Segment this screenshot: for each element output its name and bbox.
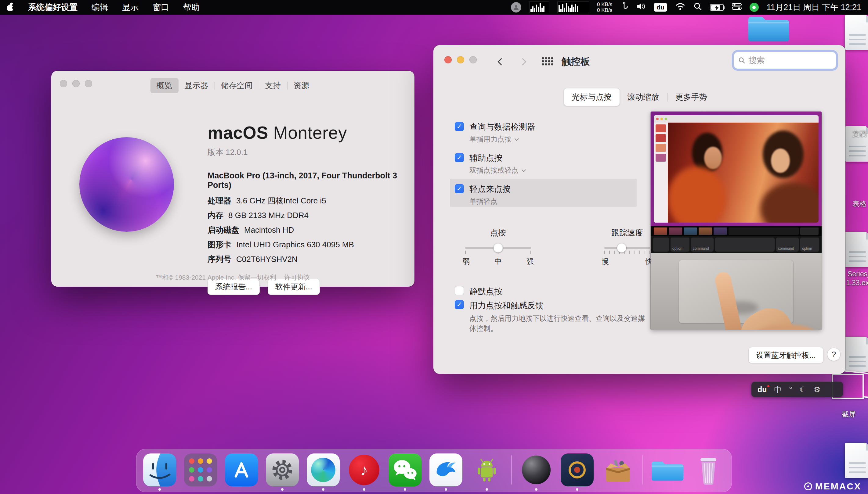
tab-more-gestures[interactable]: 更多手势 — [668, 89, 715, 106]
dock-game-launcher[interactable] — [561, 453, 594, 487]
search-field[interactable] — [734, 52, 836, 69]
memacx-logo: MEMACX — [804, 481, 861, 492]
search-icon[interactable] — [693, 2, 702, 13]
option-lookup-data-detectors: 查询与数据检测器 单指用力点按 — [455, 121, 535, 144]
wifi-icon[interactable] — [675, 2, 686, 13]
video-trackpad-scene — [651, 253, 821, 330]
option-force-click: 用力点按和触感反馈 — [455, 300, 544, 311]
tab-overview[interactable]: 概览 — [150, 78, 179, 93]
status-user-icon[interactable] — [511, 2, 521, 13]
dock-downloads-folder[interactable] — [651, 453, 684, 487]
moon-icon[interactable]: ☾ — [800, 385, 806, 394]
tracking-speed-slider[interactable] — [604, 243, 650, 255]
desktop-document-icon[interactable] — [845, 15, 868, 50]
menu-app-name[interactable]: 系统偏好设置 — [28, 2, 77, 13]
spec-processor: 处理器3.6 GHz 四核Intel Core i5 — [207, 195, 403, 206]
silent-clicking-checkbox[interactable] — [455, 286, 464, 295]
tab-storage[interactable]: 储存空间 — [215, 78, 259, 93]
dock-dark-sphere-app[interactable] — [520, 453, 553, 487]
video-keyboard-row: option command command option — [651, 236, 821, 253]
close-button[interactable] — [445, 56, 452, 63]
setup-bluetooth-trackpad-button[interactable]: 设置蓝牙触控板... — [748, 347, 824, 363]
dock-finder[interactable] — [143, 453, 176, 487]
memacx-logo-icon — [804, 482, 812, 490]
tab-displays[interactable]: 显示器 — [179, 78, 215, 93]
secondary-click-checkbox[interactable] — [455, 153, 464, 162]
running-indicator — [486, 488, 488, 491]
force-click-checkbox[interactable] — [455, 300, 464, 309]
menu-view[interactable]: 显示 — [122, 2, 139, 13]
tap-to-click-checkbox[interactable] — [455, 184, 464, 193]
chevron-down-icon — [522, 167, 526, 172]
ime-punctuation-toggle[interactable]: ° — [789, 385, 792, 394]
desktop-document-icon[interactable] — [845, 443, 868, 478]
click-pressure-slider[interactable] — [465, 243, 531, 255]
desktop-document-icon[interactable] — [845, 232, 868, 267]
memacx-logo-text: MEMACX — [815, 481, 861, 492]
battery-icon[interactable] — [710, 4, 724, 11]
tab-resources[interactable]: 资源 — [288, 78, 315, 93]
running-indicator — [445, 488, 447, 491]
hook-utility-icon[interactable] — [620, 2, 628, 13]
tab-support[interactable]: 支持 — [259, 78, 287, 93]
volume-icon[interactable] — [636, 2, 646, 13]
baidu-ime-logo[interactable]: du — [758, 385, 767, 394]
dock-separator — [511, 455, 512, 484]
search-input[interactable] — [748, 56, 832, 65]
show-all-preferences-icon[interactable] — [541, 57, 554, 67]
menu-edit[interactable]: 编辑 — [92, 2, 108, 13]
os-title-bold: macOS — [207, 123, 268, 142]
wechat-status-icon[interactable] — [749, 3, 759, 12]
desktop-exe-icon[interactable] — [845, 337, 868, 372]
dock-thunder[interactable] — [430, 453, 463, 487]
tab-scroll-zoom[interactable]: 滚动缩放 — [619, 89, 667, 106]
forward-button[interactable] — [518, 56, 530, 68]
network-speed-text[interactable]: 0 KB/s 0 KB/s — [597, 1, 612, 13]
back-button[interactable] — [494, 56, 506, 68]
window-title: 触控板 — [562, 55, 590, 68]
slider-thumb[interactable] — [493, 243, 503, 252]
ime-language-toggle[interactable]: 中 — [774, 384, 782, 395]
chevron-down-icon — [514, 136, 519, 140]
dock: ♪ — [136, 449, 732, 492]
video-window-toolbar — [654, 115, 818, 122]
slider-track[interactable] — [604, 247, 650, 249]
gear-icon[interactable]: ⚙ — [814, 385, 820, 394]
dock-app-store[interactable] — [225, 453, 258, 487]
help-button[interactable]: ? — [827, 348, 840, 361]
dock-android-emulator[interactable] — [470, 453, 503, 487]
dock-netease-music[interactable]: ♪ — [348, 453, 381, 487]
desktop-folder-icon[interactable] — [748, 11, 789, 45]
control-center-icon[interactable] — [732, 3, 742, 12]
emblem-icon — [568, 461, 586, 478]
option-sub-dropdown[interactable]: 双指点按或轻点 — [469, 166, 525, 175]
apple-menu-icon[interactable] — [7, 3, 14, 11]
dock-trash[interactable] — [692, 453, 725, 487]
dock-microsoft-edge[interactable] — [307, 453, 340, 487]
slider-thumb[interactable] — [617, 243, 626, 252]
dock-launchpad[interactable] — [184, 453, 217, 487]
about-tab-bar: 概览 显示器 储存空间 支持 资源 — [51, 78, 414, 93]
desktop: 文稿 表格 Series_ 1.33.exe 截屏 概览 显示器 储存空间 支持… — [0, 0, 868, 494]
network-graph-widget[interactable] — [529, 1, 549, 13]
dock-toolbox[interactable] — [601, 453, 634, 487]
dock-system-preferences[interactable] — [266, 453, 299, 487]
running-indicator — [322, 488, 324, 491]
os-title: macOS Monterey — [207, 122, 403, 143]
lookup-checkbox[interactable] — [455, 122, 464, 131]
option-sub-dropdown[interactable]: 单指用力点按 — [469, 134, 535, 144]
dock-wechat[interactable] — [388, 453, 421, 487]
zoom-button[interactable] — [469, 56, 477, 63]
cpu-graph-widget[interactable] — [557, 1, 589, 13]
minimize-button[interactable] — [457, 56, 464, 63]
menu-help[interactable]: 帮助 — [183, 2, 200, 13]
option-label: 辅助点按 — [469, 152, 525, 164]
menu-bar-clock[interactable]: 11月21日 周日 下午 12:21 — [767, 2, 861, 13]
video-touch-bar — [651, 226, 821, 236]
click-slider-tick-labels: 弱 中 强 — [463, 257, 534, 266]
option-secondary-click: 辅助点按 双指点按或轻点 — [455, 152, 525, 175]
input-method-toolbar: du 中 ° ☾ ⚙ — [752, 382, 843, 397]
tab-point-click[interactable]: 光标与点按 — [564, 89, 619, 106]
ime-menu-badge[interactable]: du — [654, 3, 667, 12]
menu-window[interactable]: 窗口 — [152, 2, 169, 13]
